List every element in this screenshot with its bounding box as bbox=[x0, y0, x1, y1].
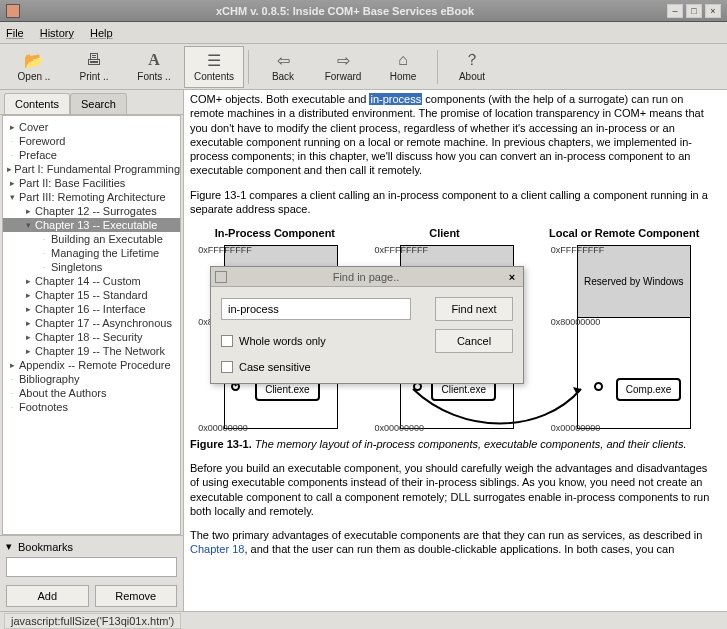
tree-item-label: Footnotes bbox=[19, 401, 68, 413]
minimize-button[interactable]: – bbox=[667, 4, 683, 18]
tree-item[interactable]: ▸Chapter 17 -- Asynchronous bbox=[3, 316, 180, 330]
tree-item[interactable]: ·Footnotes bbox=[3, 400, 180, 414]
paragraph: Before you build an executable component… bbox=[190, 461, 719, 518]
tree-item-label: Building an Executable bbox=[51, 233, 163, 245]
tab-contents[interactable]: Contents bbox=[4, 93, 70, 114]
about-button[interactable]: ？About bbox=[442, 46, 502, 88]
window-title: xCHM v. 0.8.5: Inside COM+ Base Services… bbox=[26, 5, 664, 17]
tree-item-label: Part II: Base Facilities bbox=[19, 177, 125, 189]
sidebar: Contents Search ▸Cover·Foreword·Preface▸… bbox=[0, 90, 184, 611]
chevron-right-icon: ▸ bbox=[23, 276, 33, 286]
checkbox-icon bbox=[221, 361, 233, 373]
tree-item-label: Chapter 16 -- Interface bbox=[35, 303, 146, 315]
find-input[interactable] bbox=[221, 298, 411, 320]
bookmarks-combo[interactable] bbox=[6, 557, 177, 577]
find-next-button[interactable]: Find next bbox=[435, 297, 513, 321]
back-button[interactable]: ⇦Back bbox=[253, 46, 313, 88]
tree-item[interactable]: ▸Chapter 18 -- Security bbox=[3, 330, 180, 344]
chevron-down-icon: ▾ bbox=[6, 540, 12, 553]
dialog-close-button[interactable]: × bbox=[505, 270, 519, 284]
tree-item-label: Part III: Remoting Architecture bbox=[19, 191, 166, 203]
tree-item[interactable]: ▸Chapter 12 -- Surrogates bbox=[3, 204, 180, 218]
tree-item-label: Chapter 14 -- Custom bbox=[35, 275, 141, 287]
case-sensitive-checkbox[interactable]: Case sensitive bbox=[221, 361, 425, 373]
tab-search[interactable]: Search bbox=[70, 93, 127, 114]
tree-item-label: Foreword bbox=[19, 135, 65, 147]
cancel-button[interactable]: Cancel bbox=[435, 329, 513, 353]
bullet-icon: · bbox=[7, 136, 17, 146]
home-button[interactable]: ⌂Home bbox=[373, 46, 433, 88]
tree-item-label: Bibliography bbox=[19, 373, 80, 385]
find-dialog: Find in page.. × Find next Whole words o… bbox=[210, 266, 524, 384]
tree-item[interactable]: ▸Chapter 14 -- Custom bbox=[3, 274, 180, 288]
chevron-down-icon: ▾ bbox=[23, 220, 33, 230]
tree-item[interactable]: ·Managing the Lifetime bbox=[3, 246, 180, 260]
chevron-right-icon: ▸ bbox=[23, 304, 33, 314]
open-button[interactable]: 📂Open .. bbox=[4, 46, 64, 88]
bullet-icon: · bbox=[7, 150, 17, 160]
contents-button[interactable]: ☰Contents bbox=[184, 46, 244, 88]
tree-item-label: About the Authors bbox=[19, 387, 106, 399]
forward-button[interactable]: ⇨Forward bbox=[313, 46, 373, 88]
chevron-right-icon: ▸ bbox=[23, 332, 33, 342]
bullet-icon: · bbox=[39, 262, 49, 272]
figure-caption: Figure 13-1. The memory layout of in-pro… bbox=[190, 437, 719, 451]
dialog-titlebar[interactable]: Find in page.. × bbox=[211, 267, 523, 287]
close-button[interactable]: × bbox=[705, 4, 721, 18]
paragraph: COM+ objects. Both executable and in-pro… bbox=[190, 92, 719, 178]
dialog-title: Find in page.. bbox=[227, 271, 505, 283]
about-icon: ？ bbox=[463, 51, 481, 69]
tree-item-label: Managing the Lifetime bbox=[51, 247, 159, 259]
contents-icon: ☰ bbox=[205, 51, 223, 69]
tree-item-label: Chapter 15 -- Standard bbox=[35, 289, 148, 301]
bullet-icon: · bbox=[39, 234, 49, 244]
tree-item[interactable]: ·About the Authors bbox=[3, 386, 180, 400]
paragraph: The two primary advantages of executable… bbox=[190, 528, 719, 557]
menu-help[interactable]: Help bbox=[90, 27, 113, 39]
tree-item[interactable]: ▸Chapter 15 -- Standard bbox=[3, 288, 180, 302]
chevron-right-icon: ▸ bbox=[7, 178, 17, 188]
menu-history[interactable]: History bbox=[40, 27, 74, 39]
chevron-right-icon: ▸ bbox=[23, 346, 33, 356]
fonts-icon: A bbox=[145, 51, 163, 69]
tree-item[interactable]: ▸Chapter 16 -- Interface bbox=[3, 302, 180, 316]
toolbar: 📂Open .. 🖶Print .. AFonts .. ☰Contents ⇦… bbox=[0, 44, 727, 90]
forward-icon: ⇨ bbox=[334, 51, 352, 69]
tree-item-label: Chapter 19 -- The Network bbox=[35, 345, 165, 357]
print-button[interactable]: 🖶Print .. bbox=[64, 46, 124, 88]
tree-item-label: Appendix -- Remote Procedure bbox=[19, 359, 171, 371]
chevron-right-icon: ▸ bbox=[7, 164, 12, 174]
menu-file[interactable]: File bbox=[6, 27, 24, 39]
tree-item[interactable]: ▾Chapter 13 -- Executable bbox=[3, 218, 180, 232]
tree-item[interactable]: ▸Chapter 19 -- The Network bbox=[3, 344, 180, 358]
tree-item[interactable]: ·Foreword bbox=[3, 134, 180, 148]
remove-bookmark-button[interactable]: Remove bbox=[95, 585, 178, 607]
tree-item[interactable]: ·Bibliography bbox=[3, 372, 180, 386]
tree-item[interactable]: ▸Part I: Fundamental Programming bbox=[3, 162, 180, 176]
app-icon bbox=[6, 4, 20, 18]
toolbar-separator bbox=[437, 50, 438, 84]
tree-item-label: Chapter 12 -- Surrogates bbox=[35, 205, 157, 217]
tree-item[interactable]: ▸Appendix -- Remote Procedure bbox=[3, 358, 180, 372]
whole-words-checkbox[interactable]: Whole words only bbox=[221, 335, 425, 347]
tree-item[interactable]: ▸Cover bbox=[3, 120, 180, 134]
tree-item-label: Preface bbox=[19, 149, 57, 161]
bullet-icon: · bbox=[39, 248, 49, 258]
fonts-button[interactable]: AFonts .. bbox=[124, 46, 184, 88]
bookmarks-header[interactable]: ▾ Bookmarks bbox=[0, 535, 183, 555]
chapter-link[interactable]: Chapter 18 bbox=[190, 543, 244, 555]
tree-item[interactable]: ▾Part III: Remoting Architecture bbox=[3, 190, 180, 204]
menubar: File History Help bbox=[0, 22, 727, 44]
checkbox-icon bbox=[221, 335, 233, 347]
contents-tree[interactable]: ▸Cover·Foreword·Preface▸Part I: Fundamen… bbox=[2, 115, 181, 535]
open-icon: 📂 bbox=[25, 51, 43, 69]
tree-item-label: Singletons bbox=[51, 261, 102, 273]
tree-item[interactable]: ▸Part II: Base Facilities bbox=[3, 176, 180, 190]
add-bookmark-button[interactable]: Add bbox=[6, 585, 89, 607]
tree-item[interactable]: ·Singletons bbox=[3, 260, 180, 274]
bullet-icon: · bbox=[7, 374, 17, 384]
comp-exe-box: Comp.exe bbox=[616, 378, 682, 401]
tree-item[interactable]: ·Preface bbox=[3, 148, 180, 162]
maximize-button[interactable]: □ bbox=[686, 4, 702, 18]
tree-item[interactable]: ·Building an Executable bbox=[3, 232, 180, 246]
